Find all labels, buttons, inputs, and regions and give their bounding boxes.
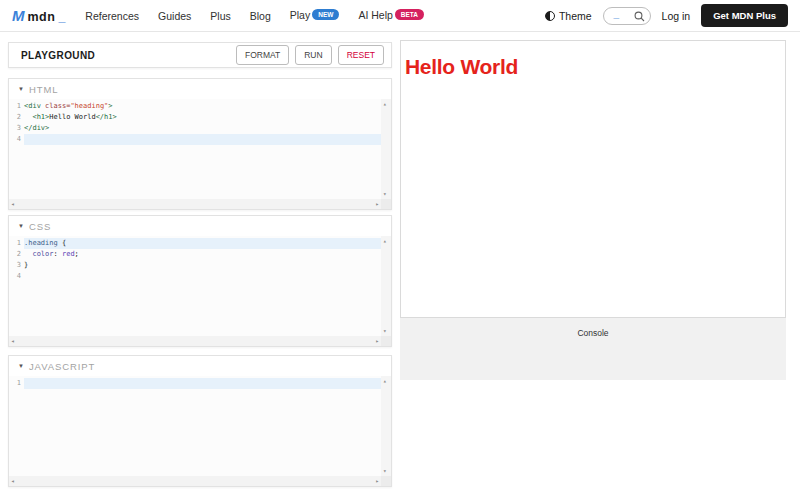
line-number-gutter: 1 — [9, 378, 24, 389]
nav-right-group: Theme _ Log in Get MDN Plus — [545, 4, 788, 27]
code-token: .heading — [24, 239, 58, 247]
horizontal-scrollbar[interactable]: ◂ ▸ — [9, 199, 381, 209]
code-line[interactable] — [24, 271, 381, 282]
collapse-icon: ▼ — [18, 363, 24, 369]
scroll-up-icon[interactable]: ▴ — [383, 378, 387, 384]
code-token: <h1> — [32, 113, 49, 121]
html-section: ▼ HTML 1234 <div class="heading"> <h1>He… — [8, 78, 392, 210]
main-area: PLAYGROUND FORMAT RUN RESET ▼ HTML 1234 … — [0, 32, 800, 494]
line-number: 1 — [9, 238, 24, 249]
theme-label: Theme — [559, 10, 592, 22]
scroll-right-icon[interactable]: ▸ — [375, 478, 379, 484]
css-section: ▼ CSS 1234 .heading { color: red;} ▴ ▾ ◂… — [8, 215, 392, 347]
vertical-scrollbar[interactable]: ▴ ▾ — [381, 376, 391, 476]
nav-item-guides[interactable]: Guides — [158, 10, 191, 22]
scroll-down-icon[interactable]: ▾ — [383, 191, 387, 197]
scrollbar-corner — [381, 336, 391, 346]
toolbar-buttons: FORMAT RUN RESET — [236, 45, 384, 65]
code-content[interactable]: .heading { color: red;} — [24, 238, 381, 282]
scroll-left-icon[interactable]: ◂ — [11, 201, 15, 207]
console-panel: Console — [400, 318, 786, 380]
scroll-left-icon[interactable]: ◂ — [11, 478, 15, 484]
playground-toolbar: PLAYGROUND FORMAT RUN RESET — [8, 42, 392, 68]
code-token: { — [58, 239, 66, 247]
code-line[interactable]: <h1>Hello World</h1> — [24, 112, 381, 123]
nav-item-play[interactable]: PlayNEW — [290, 9, 340, 22]
search-icon — [634, 11, 645, 22]
top-navbar: M mdn _ References Guides Plus Blog Play… — [0, 0, 800, 32]
line-number-gutter: 1234 — [9, 238, 24, 282]
get-mdn-plus-button[interactable]: Get MDN Plus — [701, 4, 788, 27]
beta-badge: BETA — [395, 9, 424, 20]
code-token: class= — [41, 102, 71, 110]
javascript-code-editor[interactable]: 1 ▴ ▾ ◂ ▸ — [9, 376, 391, 486]
html-section-header[interactable]: ▼ HTML — [9, 79, 391, 99]
code-line[interactable]: <div class="heading"> — [24, 101, 381, 112]
line-number: 4 — [9, 271, 24, 282]
css-section-label: CSS — [29, 221, 51, 232]
javascript-section-header[interactable]: ▼ JAVASCRIPT — [9, 356, 391, 376]
html-section-label: HTML — [29, 84, 58, 95]
search-cursor: _ — [614, 8, 620, 19]
code-line[interactable]: color: red; — [24, 249, 381, 260]
css-code-editor[interactable]: 1234 .heading { color: red;} ▴ ▾ ◂ ▸ — [9, 236, 391, 346]
code-line[interactable] — [24, 134, 381, 145]
search-input[interactable]: _ — [603, 7, 651, 25]
scroll-left-icon[interactable]: ◂ — [11, 338, 15, 344]
mdn-logo-cursor: _ — [58, 10, 65, 24]
css-section-header[interactable]: ▼ CSS — [9, 216, 391, 236]
nav-item-play-label: Play — [290, 9, 310, 21]
scroll-down-icon[interactable]: ▾ — [383, 468, 387, 474]
code-line[interactable] — [24, 378, 381, 389]
nav-links: References Guides Plus Blog PlayNEW AI H… — [85, 9, 424, 22]
login-link[interactable]: Log in — [662, 10, 691, 22]
line-number: 1 — [9, 101, 24, 112]
javascript-section-label: JAVASCRIPT — [29, 361, 95, 372]
javascript-section: ▼ JAVASCRIPT 1 ▴ ▾ ◂ ▸ — [8, 355, 392, 487]
line-number: 3 — [9, 123, 24, 134]
code-token: color — [32, 250, 53, 258]
code-token: red — [62, 250, 75, 258]
html-code-editor[interactable]: 1234 <div class="heading"> <h1>Hello Wor… — [9, 99, 391, 209]
nav-item-blog[interactable]: Blog — [250, 10, 271, 22]
code-token: } — [24, 261, 28, 269]
reset-button[interactable]: RESET — [338, 45, 384, 65]
code-line[interactable]: </div> — [24, 123, 381, 134]
code-content[interactable] — [24, 378, 381, 389]
run-button[interactable]: RUN — [295, 45, 331, 65]
theme-icon — [545, 11, 555, 21]
scroll-up-icon[interactable]: ▴ — [383, 101, 387, 107]
nav-item-references[interactable]: References — [85, 10, 139, 22]
scroll-right-icon[interactable]: ▸ — [375, 338, 379, 344]
code-line[interactable]: } — [24, 260, 381, 271]
mdn-logo-text: mdn — [28, 10, 56, 24]
code-line[interactable]: .heading { — [24, 238, 381, 249]
line-number: 4 — [9, 134, 24, 145]
mdn-logo[interactable]: M mdn _ — [12, 7, 65, 24]
nav-item-ai-help[interactable]: AI HelpBETA — [358, 9, 424, 22]
line-number: 2 — [9, 112, 24, 123]
theme-toggle[interactable]: Theme — [545, 10, 592, 22]
code-token: </div> — [24, 124, 49, 132]
line-number: 3 — [9, 260, 24, 271]
new-badge: NEW — [312, 9, 339, 20]
collapse-icon: ▼ — [18, 223, 24, 229]
scroll-up-icon[interactable]: ▴ — [383, 238, 387, 244]
horizontal-scrollbar[interactable]: ◂ ▸ — [9, 336, 381, 346]
scroll-down-icon[interactable]: ▾ — [383, 328, 387, 334]
scrollbar-corner — [381, 476, 391, 486]
nav-item-plus[interactable]: Plus — [210, 10, 230, 22]
code-token: ; — [75, 250, 79, 258]
line-number: 1 — [9, 378, 24, 389]
nav-item-ai-help-label: AI Help — [358, 9, 392, 21]
code-token: > — [108, 102, 112, 110]
line-number-gutter: 1234 — [9, 101, 24, 145]
code-token: : — [54, 250, 62, 258]
code-content[interactable]: <div class="heading"> <h1>Hello World</h… — [24, 101, 381, 145]
code-token: "heading" — [70, 102, 108, 110]
vertical-scrollbar[interactable]: ▴ ▾ — [381, 99, 391, 199]
scroll-right-icon[interactable]: ▸ — [375, 201, 379, 207]
format-button[interactable]: FORMAT — [236, 45, 289, 65]
vertical-scrollbar[interactable]: ▴ ▾ — [381, 236, 391, 336]
horizontal-scrollbar[interactable]: ◂ ▸ — [9, 476, 381, 486]
